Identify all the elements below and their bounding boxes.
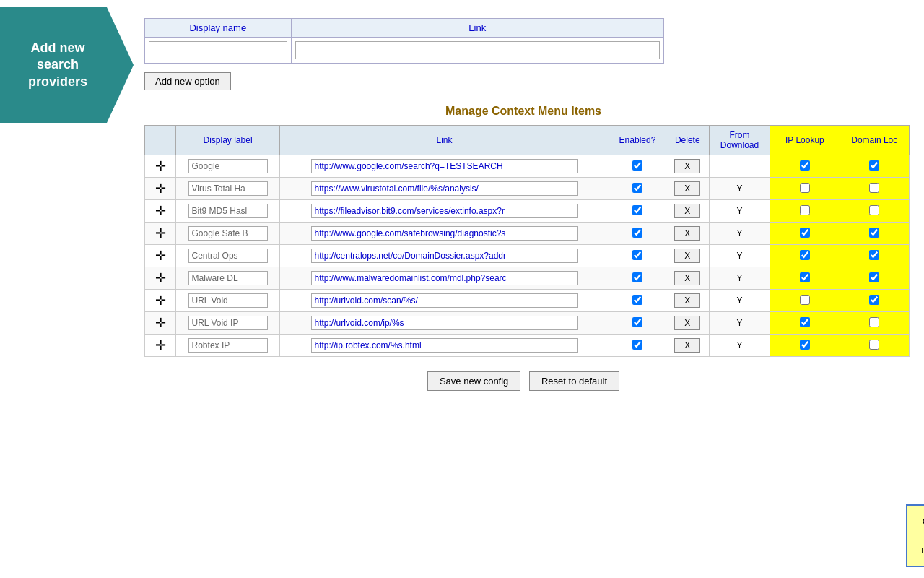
row-delete-button[interactable]: X xyxy=(674,249,700,263)
row-name-input[interactable] xyxy=(188,338,268,353)
row-name-input[interactable] xyxy=(188,226,268,241)
row-iplookup-checkbox[interactable] xyxy=(800,228,810,238)
table-row: ✛X xyxy=(145,155,910,178)
page-wrapper: Add new search providers Display name Li… xyxy=(0,0,924,578)
row-enabled-checkbox[interactable] xyxy=(632,228,642,238)
banner-text: Add new search providers xyxy=(11,40,105,90)
row-iplookup-checkbox[interactable] xyxy=(800,160,810,171)
row-iplookup-checkbox[interactable] xyxy=(800,295,810,305)
table-row: ✛XY xyxy=(145,312,910,335)
row-delete-button[interactable]: X xyxy=(674,181,700,196)
row-name-input[interactable] xyxy=(188,293,268,308)
row-name-input[interactable] xyxy=(188,271,268,285)
col-enabled-header: Enabled? xyxy=(609,126,666,155)
row-link-input[interactable] xyxy=(311,249,578,263)
row-delete-button[interactable]: X xyxy=(674,226,700,241)
add-provider-table: Display name Link xyxy=(144,18,664,64)
row-link-input[interactable] xyxy=(311,159,578,173)
reset-default-button[interactable]: Reset to default xyxy=(529,371,619,391)
row-domainloc-checkbox[interactable] xyxy=(869,250,879,260)
row-domainloc-checkbox[interactable] xyxy=(869,183,879,193)
new-link-input[interactable] xyxy=(295,41,660,59)
row-name-input[interactable] xyxy=(188,249,268,263)
table-row: ✛XY xyxy=(145,178,910,200)
row-enabled-checkbox[interactable] xyxy=(632,317,642,327)
row-domainloc-checkbox[interactable] xyxy=(869,205,879,215)
row-domainloc-checkbox[interactable] xyxy=(869,340,879,350)
col-fromdownload-header: From Download xyxy=(709,126,770,155)
row-from-download: Y xyxy=(709,267,770,290)
drag-handle[interactable]: ✛ xyxy=(155,226,166,241)
row-iplookup-checkbox[interactable] xyxy=(800,317,810,327)
row-delete-button[interactable]: X xyxy=(674,293,700,308)
drag-handle[interactable]: ✛ xyxy=(155,293,166,308)
row-enabled-checkbox[interactable] xyxy=(632,272,642,282)
row-from-download: Y xyxy=(709,312,770,335)
row-from-download: Y xyxy=(709,200,770,223)
row-enabled-checkbox[interactable] xyxy=(632,183,642,193)
row-iplookup-checkbox[interactable] xyxy=(800,250,810,260)
row-domainloc-checkbox[interactable] xyxy=(869,228,879,238)
row-iplookup-checkbox[interactable] xyxy=(800,205,810,215)
row-domainloc-checkbox[interactable] xyxy=(869,317,879,327)
new-displayname-input[interactable] xyxy=(149,41,287,59)
table-row: ✛XY xyxy=(145,290,910,312)
row-name-input[interactable] xyxy=(188,204,268,218)
table-row: ✛XY xyxy=(145,200,910,223)
row-link-input[interactable] xyxy=(311,293,578,308)
row-link-input[interactable] xyxy=(311,226,578,241)
row-enabled-checkbox[interactable] xyxy=(632,340,642,350)
row-domainloc-checkbox[interactable] xyxy=(869,272,879,282)
row-link-input[interactable] xyxy=(311,204,578,218)
row-from-download xyxy=(709,155,770,178)
drag-handle[interactable]: ✛ xyxy=(155,316,166,330)
row-link-input[interactable] xyxy=(311,271,578,285)
row-name-input[interactable] xyxy=(188,181,268,196)
row-delete-button[interactable]: X xyxy=(674,204,700,218)
row-from-download: Y xyxy=(709,335,770,357)
add-new-option-button[interactable]: Add new option xyxy=(144,72,231,90)
row-link-input[interactable] xyxy=(311,316,578,330)
drag-handle[interactable]: ✛ xyxy=(155,249,166,263)
col-handle-header xyxy=(145,126,176,155)
row-name-input[interactable] xyxy=(188,159,268,173)
row-delete-button[interactable]: X xyxy=(674,159,700,173)
row-domainloc-checkbox[interactable] xyxy=(869,160,879,171)
row-enabled-checkbox[interactable] xyxy=(632,205,642,215)
row-enabled-checkbox[interactable] xyxy=(632,250,642,260)
bottom-buttons: Save new config Reset to default xyxy=(144,371,902,391)
save-config-button[interactable]: Save new config xyxy=(427,371,520,391)
row-delete-button[interactable]: X xyxy=(674,316,700,330)
row-link-input[interactable] xyxy=(311,181,578,196)
col-displayname-header: Display name xyxy=(145,19,292,38)
row-from-download: Y xyxy=(709,245,770,267)
row-delete-button[interactable]: X xyxy=(674,271,700,285)
add-option-row: Add new option xyxy=(144,72,902,90)
row-iplookup-checkbox[interactable] xyxy=(800,183,810,193)
drag-handle[interactable]: ✛ xyxy=(155,271,166,285)
tooltip-box: Create groups or folders of search provi… xyxy=(906,504,924,567)
row-delete-button[interactable]: X xyxy=(674,338,700,353)
col-delete-header: Delete xyxy=(666,126,709,155)
context-menu-table: Display label Link Enabled? Delete From … xyxy=(144,125,910,357)
row-link-input[interactable] xyxy=(311,338,578,353)
col-link-header: Link xyxy=(291,19,663,38)
row-iplookup-checkbox[interactable] xyxy=(800,340,810,350)
tooltip-text: Create groups or folders of search provi… xyxy=(921,516,924,555)
row-from-download: Y xyxy=(709,223,770,245)
row-enabled-checkbox[interactable] xyxy=(632,160,642,171)
row-iplookup-checkbox[interactable] xyxy=(800,272,810,282)
drag-handle[interactable]: ✛ xyxy=(155,159,166,173)
row-from-download: Y xyxy=(709,290,770,312)
row-from-download: Y xyxy=(709,178,770,200)
table-row: ✛XY xyxy=(145,245,910,267)
drag-handle[interactable]: ✛ xyxy=(155,181,166,196)
col-displaylabel-header: Display label xyxy=(176,126,279,155)
row-enabled-checkbox[interactable] xyxy=(632,295,642,305)
drag-handle[interactable]: ✛ xyxy=(155,338,166,353)
row-domainloc-checkbox[interactable] xyxy=(869,295,879,305)
table-row: ✛XY xyxy=(145,267,910,290)
drag-handle[interactable]: ✛ xyxy=(155,204,166,218)
col-link-header: Link xyxy=(279,126,609,155)
row-name-input[interactable] xyxy=(188,316,268,330)
